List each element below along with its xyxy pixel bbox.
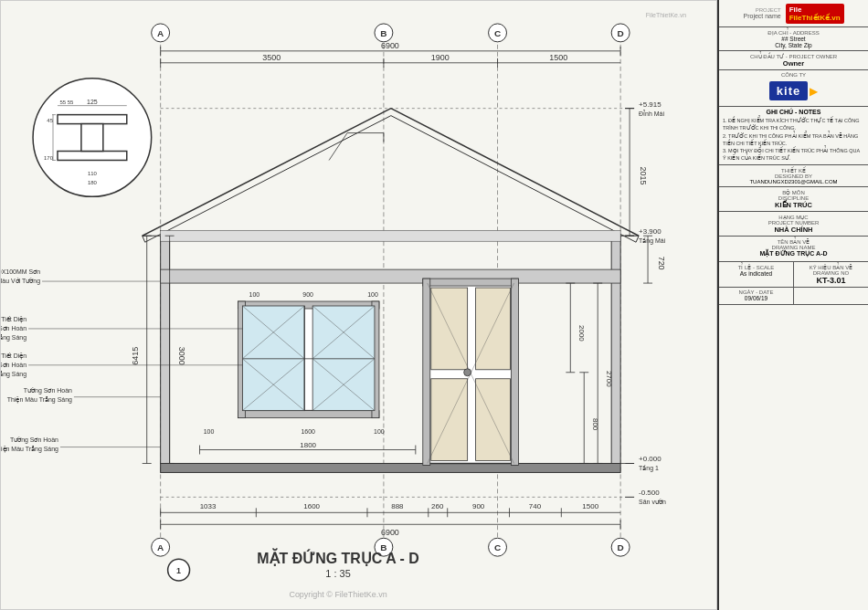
label-tuong-son-hoan-2b: Thiện Màu Trắng Sáng (1, 446, 58, 453)
drawing-scale: 1 : 35 (325, 568, 350, 579)
address-label: ĐỊA CHỈ - ADDRESS (723, 29, 864, 36)
scale-cell: TỈ LỆ - SCALE As indicated (719, 262, 794, 287)
date-value: 09/06/19 (722, 295, 790, 301)
scale-value: As indicated (722, 270, 790, 277)
drawing-no-label: KÝ HIỆU BẢN VẼ (797, 264, 865, 270)
dim-6900-bottom: 6900 (381, 528, 399, 537)
drawing-area: 6900 3500 1900 1500 A B C (0, 0, 717, 610)
drawno-cell: KÝ HIỆU BẢN VẼ DRAWING NO KT-3.01 (794, 262, 868, 287)
dim-1500-bottom: 1500 (582, 502, 598, 510)
svg-rect-57 (242, 306, 304, 411)
drawing-id-value: MẶT ĐỨNG TRỤC A-D (723, 250, 864, 259)
dim-1600: 1600 (303, 502, 320, 510)
dim-3000-left: 3000 (177, 347, 186, 365)
designer-row: THIẾT KẾ DESIGNED BY TUANDUNGXD2301@GMAI… (719, 165, 868, 187)
svg-point-79 (464, 369, 471, 376)
elev-5915: +5.915 (639, 100, 662, 109)
svg-rect-50 (161, 230, 620, 241)
project-num-value: NHÀ CHÍNH (723, 226, 864, 234)
axis-D-bot: D (618, 542, 624, 552)
dim-45: 45 (47, 118, 53, 123)
label-tuong-son-hoan-2: Tường Sơn Hoàn (10, 436, 58, 444)
axis-B: B (380, 28, 386, 38)
designer-value: TUANDUNGXD2301@GMAIL.COM (723, 179, 864, 184)
drawing-title: MẶT ĐỨNG TRỤC A - D (257, 548, 418, 566)
scale-drawno-row: TỈ LỆ - SCALE As indicated KÝ HIỆU BẢN V… (719, 262, 868, 288)
drawing-name-label: TÊN BẢN VẼ (723, 238, 864, 245)
dim-2015: 2015 (639, 166, 648, 184)
dim-125-circle: 125 (87, 99, 98, 105)
svg-rect-72 (511, 279, 518, 465)
label-tuong-son-hoan-1: Tường Sơn Hoàn (24, 387, 72, 394)
dim-1800: 1800 (300, 441, 316, 449)
date-row: NGÀY - DATE 09/06/19 (719, 288, 868, 305)
discipline-row: BỘ MÔN DISCIPLINE KIẾN TRÚC (719, 187, 868, 212)
dim-2000: 2000 (577, 325, 586, 342)
dim-888: 888 (391, 502, 404, 510)
empty-cell (794, 288, 868, 304)
label-phao-cua-so: Phào Cửa Sổ Tiết Diện (1, 314, 26, 323)
dim-1600-mid: 1600 (301, 428, 315, 435)
svg-rect-35 (161, 463, 620, 472)
note1: 1. ĐỀ NGHỊ KIỂM TRA KÍCH THƯỚC THỰC TẾ T… (723, 117, 864, 132)
title-block-panel: PROJECT Project name File FileThiếtKế.vn… (717, 0, 868, 610)
company-row: CÔNG TY kite ▶ (719, 70, 868, 107)
label-tuong-son-hoan-1b: Thiện Màu Trắng Sáng (7, 396, 72, 404)
drawing-name-row: TÊN BẢN VẼ DRAWING NAME MẶT ĐỨNG TRỤC A-… (719, 237, 868, 262)
dim-180: 180 (88, 180, 98, 185)
svg-rect-54 (238, 411, 379, 418)
owner-label: CHỦ ĐẦU TƯ - PROJECT OWNER (723, 53, 864, 59)
address-line1: ## Street (723, 36, 864, 42)
elev-3900: +3.900 (639, 227, 662, 236)
watermark-top: FileThietKe.vn (646, 12, 687, 18)
discipline-label: BỘ MÔN (723, 189, 864, 195)
svg-rect-71 (423, 279, 430, 465)
dim-100-br: 100 (374, 428, 385, 435)
svg-rect-74 (476, 288, 511, 370)
project-name: Project name (743, 13, 780, 19)
file-logo: File (789, 5, 841, 14)
scale-label: TỈ LỆ - SCALE (722, 264, 790, 270)
dim-900-mid: 900 (302, 291, 313, 298)
drawing-no-value: KT-3.01 (797, 276, 865, 285)
dim-2700: 2700 (605, 371, 613, 387)
main-container: 6900 3500 1900 1500 A B C (0, 0, 868, 610)
svg-rect-58 (312, 306, 375, 411)
project-num-label: HẠNG MỤC (723, 214, 864, 220)
dim-100-right: 100 (367, 291, 378, 298)
axis-C: C (494, 28, 501, 38)
axis-C-bot: C (494, 542, 501, 552)
label-phao-cua-di: Phào Cửa Đi Tiết Diện (1, 352, 26, 360)
date-cell: NGÀY - DATE 09/06/19 (719, 288, 794, 304)
dim-1500-top: 1500 (549, 53, 567, 62)
label-phao-cua-so-c: Thiện Màu Trắng Sáng (1, 334, 26, 342)
axis-A-bot: A (157, 542, 164, 552)
scale-circle-num: 1 (176, 566, 181, 575)
filethietke-header: PROJECT Project name File FileThiếtKế.vn (719, 0, 868, 27)
note3: 3. MỌI THAY ĐỔI CHI TIẾT KIẾN TRÚC PHẢI … (723, 147, 864, 163)
svg-rect-70 (423, 279, 519, 286)
owner-value: Owner (723, 59, 864, 68)
label-phao-vuong-b: Hoàn Thiện Đồng Màu Với Tường (1, 278, 40, 285)
discipline-value: KIẾN TRÚC (723, 201, 864, 209)
label-phao-cua-di-b: 100X100X50 MM Sơn Hoàn (1, 362, 26, 368)
notes-label: GHI CHÚ - NOTES (723, 109, 864, 115)
notes-row: GHI CHÚ - NOTES 1. ĐỀ NGHỊ KIỂM TRA KÍCH… (719, 107, 868, 165)
dim-6415: 6415 (131, 347, 140, 365)
elev-san-vuon: Sân vườn (639, 499, 666, 505)
dim-100-bl: 100 (204, 428, 215, 435)
kite-logo: kite (769, 81, 808, 100)
dim-740: 740 (529, 502, 542, 510)
dim-900: 900 (472, 502, 485, 510)
elev-tang1: Tầng 1 (639, 465, 659, 472)
address-line2: City, State Zip (723, 42, 864, 48)
svg-rect-51 (161, 269, 620, 283)
note2: 2. TRƯỚC KHI THI CÔNG PHẢI KIỂM TRA BẢN … (723, 132, 864, 148)
elev-dinh-mai: Đỉnh Mái (639, 110, 664, 117)
dim-3500: 3500 (262, 53, 281, 62)
dim-260: 260 (431, 502, 444, 510)
dim-720-right: 720 (657, 257, 666, 270)
svg-rect-119 (58, 152, 127, 161)
thietke-logo: FileThiếtKế.vn (789, 14, 841, 22)
elev-zero: +0.000 (639, 455, 662, 463)
